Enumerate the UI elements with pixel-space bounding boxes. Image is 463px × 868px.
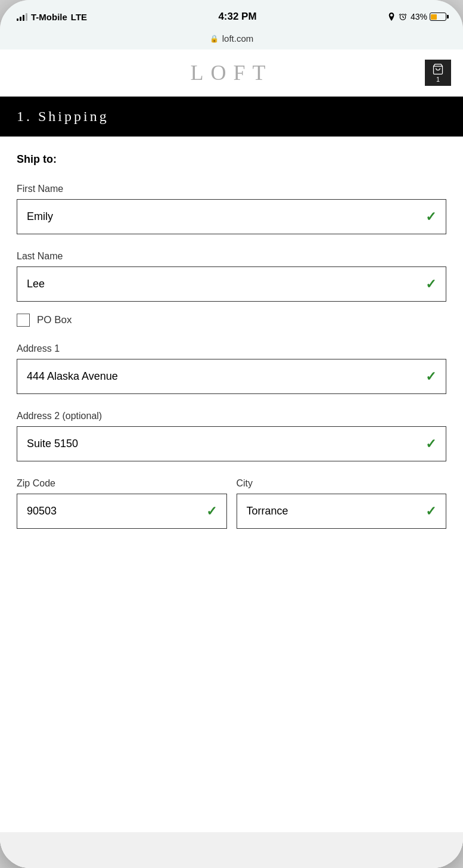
city-label: City <box>237 478 447 489</box>
carrier-label: T-Mobile <box>31 12 67 22</box>
battery-fill <box>431 14 437 20</box>
phone-frame: T-Mobile LTE 4:32 PM 43% 🔒 loft.com <box>0 0 463 868</box>
po-box-checkbox[interactable] <box>17 314 30 327</box>
first-name-check-icon: ✓ <box>425 209 436 225</box>
address1-check-icon: ✓ <box>425 369 436 385</box>
battery-percent: 43% <box>411 12 427 21</box>
app-header: LOFT 1 <box>0 49 463 97</box>
first-name-input-wrapper: ✓ <box>17 199 446 234</box>
last-name-input[interactable] <box>17 267 446 301</box>
network-label: LTE <box>71 12 87 22</box>
address2-field-group: Address 2 (optional) ✓ <box>17 411 446 461</box>
first-name-label: First Name <box>17 184 446 194</box>
lock-icon: 🔒 <box>210 35 219 43</box>
zip-label: Zip Code <box>17 478 227 489</box>
address1-field-group: Address 1 ✓ <box>17 343 446 394</box>
signal-bars-icon <box>17 13 27 21</box>
zip-check-icon: ✓ <box>206 504 217 519</box>
zip-field-group: Zip Code ✓ <box>17 478 227 529</box>
city-input-wrapper: ✓ <box>237 494 447 529</box>
address2-input[interactable] <box>17 427 446 461</box>
bottom-spacer <box>0 832 463 868</box>
last-name-check-icon: ✓ <box>425 277 436 292</box>
address2-check-icon: ✓ <box>425 436 436 452</box>
last-name-input-wrapper: ✓ <box>17 266 446 302</box>
zip-city-row: Zip Code ✓ City ✓ <box>17 478 446 529</box>
last-name-label: Last Name <box>17 251 446 262</box>
cart-count: 1 <box>436 76 440 83</box>
cart-button[interactable]: 1 <box>425 60 451 86</box>
status-right: 43% <box>388 12 446 21</box>
battery-icon <box>430 13 446 21</box>
time-label: 4:32 PM <box>218 11 256 23</box>
address1-input[interactable] <box>17 359 446 393</box>
ship-to-label: Ship to: <box>17 153 446 166</box>
cart-icon <box>431 63 445 75</box>
first-name-input[interactable] <box>17 200 446 234</box>
address2-input-wrapper: ✓ <box>17 426 446 461</box>
last-name-field-group: Last Name ✓ <box>17 251 446 302</box>
status-left: T-Mobile LTE <box>17 12 87 22</box>
main-content: LOFT 1 1. Shipping Ship to: First Name <box>0 49 463 868</box>
url-text: loft.com <box>222 33 254 44</box>
status-bar: T-Mobile LTE 4:32 PM 43% <box>0 0 463 31</box>
city-check-icon: ✓ <box>425 504 436 519</box>
location-icon <box>388 13 395 21</box>
address1-label: Address 1 <box>17 343 446 354</box>
po-box-row: PO Box <box>17 314 446 327</box>
section-header: 1. Shipping <box>0 97 463 137</box>
address1-input-wrapper: ✓ <box>17 359 446 394</box>
address2-label: Address 2 (optional) <box>17 411 446 421</box>
po-box-label: PO Box <box>37 314 72 326</box>
zip-input[interactable] <box>17 494 226 528</box>
city-field-group: City ✓ <box>237 478 447 529</box>
form-container: Ship to: First Name ✓ Last Name ✓ <box>0 137 463 832</box>
alarm-icon <box>399 13 407 21</box>
battery-indicator: 43% <box>411 12 446 21</box>
first-name-field-group: First Name ✓ <box>17 184 446 234</box>
city-input[interactable] <box>237 494 446 528</box>
app-logo: LOFT <box>191 60 273 85</box>
zip-input-wrapper: ✓ <box>17 494 227 529</box>
section-title: 1. Shipping <box>17 108 109 124</box>
url-bar: 🔒 loft.com <box>0 31 463 49</box>
